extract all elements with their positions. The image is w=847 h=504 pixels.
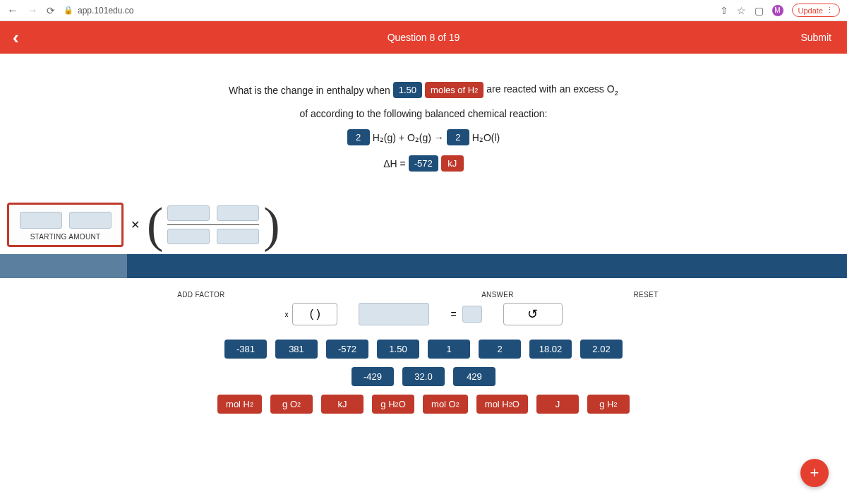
- number-tiles-row2: -42932.0429: [0, 367, 847, 386]
- add-factor-control: x ( ): [284, 303, 337, 325]
- address-bar[interactable]: 🔒 app.101edu.co: [64, 6, 711, 16]
- q-suffix1: are reacted with an excess O2: [486, 83, 618, 97]
- number-tile[interactable]: 381: [275, 340, 318, 359]
- moles-pill[interactable]: moles of H2: [425, 82, 483, 98]
- reset-heading: RESET: [603, 291, 688, 299]
- unit-tiles-row: mol H2g O2kJg H2Omol O2mol H2OJg H2: [0, 395, 847, 414]
- work-slot[interactable]: [359, 303, 429, 325]
- coef1-pill[interactable]: 2: [347, 129, 370, 145]
- dh-value-pill[interactable]: -572: [409, 155, 438, 172]
- unit-tile[interactable]: mol H2: [217, 395, 262, 414]
- numerator-unit-slot[interactable]: [217, 205, 259, 221]
- eq-end: H₂O(l): [472, 132, 500, 143]
- controls-area: ADD FACTOR ANSWER RESET x ( ) = ↺ -38138…: [0, 278, 847, 435]
- number-tile[interactable]: 1: [428, 340, 470, 359]
- reload-icon[interactable]: ⟳: [47, 5, 55, 16]
- number-tiles-row1: -381381-5721.501218.022.02: [0, 340, 847, 359]
- unit-tile[interactable]: kJ: [321, 395, 364, 414]
- starting-unit-slot[interactable]: [69, 212, 112, 229]
- q-prefix: What is the change in enthalpy when: [229, 85, 390, 96]
- eq-mid: H₂(g) + O₂(g) →: [373, 132, 444, 143]
- submit-button[interactable]: Submit: [785, 32, 847, 43]
- browser-toolbar: ← → ⟳ 🔒 app.101edu.co ⇧ ☆ ▢ M Update ⋮: [0, 0, 847, 21]
- value-pill[interactable]: 1.50: [393, 82, 422, 98]
- unit-tile[interactable]: g O2: [270, 395, 313, 414]
- question-text: What is the change in enthalpy when 1.50…: [0, 54, 847, 203]
- left-paren-icon: (: [147, 210, 163, 240]
- number-tile[interactable]: 2.02: [580, 340, 623, 359]
- back-button[interactable]: ‹: [0, 27, 32, 49]
- separator-band: [0, 254, 847, 278]
- dimensional-analysis-row: STARTING AMOUNT ✕ ( ): [0, 203, 847, 254]
- number-tile[interactable]: 429: [453, 367, 495, 386]
- denominator-value-slot[interactable]: [167, 229, 210, 244]
- tabs-icon[interactable]: ▢: [755, 5, 764, 16]
- star-icon[interactable]: ☆: [737, 5, 746, 16]
- unit-tile[interactable]: mol H2O: [476, 395, 528, 414]
- starting-amount-box[interactable]: STARTING AMOUNT: [7, 203, 124, 247]
- number-tile[interactable]: 1.50: [377, 340, 419, 359]
- answer-heading: ANSWER: [455, 291, 540, 299]
- unit-tile[interactable]: g H2O: [372, 395, 414, 414]
- answer-slot[interactable]: [462, 306, 482, 323]
- number-tile[interactable]: -572: [326, 340, 368, 359]
- reset-button[interactable]: ↺: [503, 303, 563, 325]
- add-factor-button[interactable]: ( ): [292, 303, 337, 325]
- question-counter: Question 8 of 19: [388, 32, 460, 43]
- denominator-unit-slot[interactable]: [217, 229, 259, 244]
- toolbar-right: ⇧ ☆ ▢ M Update ⋮: [720, 4, 840, 17]
- lock-icon: 🔒: [64, 6, 73, 15]
- nav-back-icon[interactable]: ←: [7, 4, 18, 17]
- equals-sign: =: [450, 308, 456, 320]
- number-tile[interactable]: -381: [224, 340, 267, 359]
- number-tile[interactable]: 2: [479, 340, 521, 359]
- profile-badge[interactable]: M: [772, 5, 783, 16]
- coef2-pill[interactable]: 2: [447, 129, 469, 145]
- q-line2: of according to the following balanced c…: [300, 108, 548, 119]
- fraction-line: [167, 224, 259, 226]
- right-paren-icon: ): [263, 210, 280, 240]
- unit-tile[interactable]: mol O2: [423, 395, 468, 414]
- numerator-value-slot[interactable]: [167, 205, 210, 221]
- app-header: ‹ Question 8 of 19 Submit: [0, 21, 847, 54]
- starting-value-slot[interactable]: [20, 212, 62, 229]
- number-tile[interactable]: 18.02: [529, 340, 572, 359]
- unit-tile[interactable]: J: [536, 395, 579, 414]
- menu-dots-icon: ⋮: [826, 6, 834, 15]
- dh-unit-pill[interactable]: kJ: [441, 155, 464, 172]
- update-label: Update: [798, 6, 823, 15]
- blank-heading: [307, 291, 392, 299]
- url-text: app.101edu.co: [78, 6, 133, 16]
- plus-icon: +: [810, 464, 819, 482]
- multiply-icon: ✕: [131, 218, 140, 232]
- starting-label: STARTING AMOUNT: [16, 233, 114, 241]
- add-fab-button[interactable]: +: [800, 459, 829, 487]
- nav-forward-icon[interactable]: →: [27, 4, 38, 17]
- number-tile[interactable]: 32.0: [402, 367, 445, 386]
- unit-tile[interactable]: g H2: [587, 395, 630, 414]
- multiply-small-icon: x: [284, 311, 288, 318]
- add-factor-heading: ADD FACTOR: [159, 291, 244, 299]
- update-button[interactable]: Update ⋮: [792, 4, 840, 17]
- number-tile[interactable]: -429: [352, 367, 394, 386]
- conversion-factor-box: ( ): [147, 205, 280, 245]
- dh-prefix: ΔH =: [383, 158, 406, 169]
- share-icon[interactable]: ⇧: [720, 5, 728, 16]
- reset-icon: ↺: [527, 306, 538, 322]
- answer-display: =: [450, 306, 481, 323]
